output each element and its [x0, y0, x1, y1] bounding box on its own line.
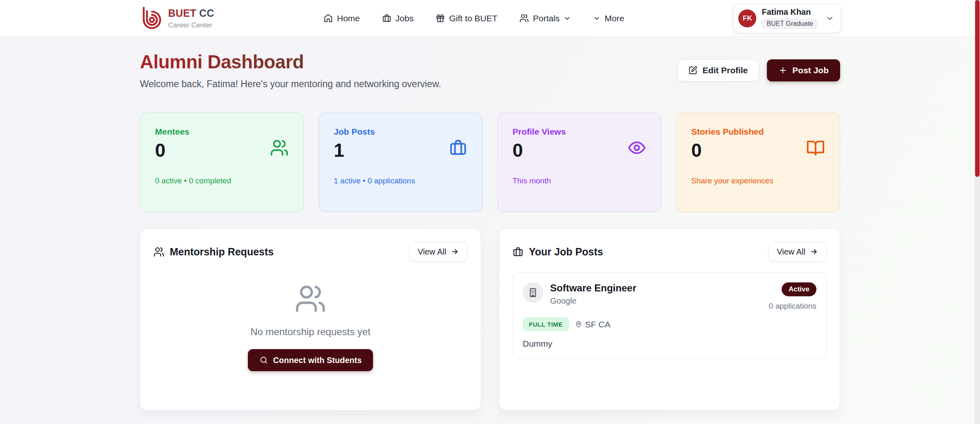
- briefcase-icon: [382, 14, 391, 23]
- main-nav: Home Jobs Gift to BUET Portals Mo: [324, 14, 624, 23]
- job-type-badge: FULL TIME: [523, 317, 569, 332]
- page-header: Alumni Dashboard Welcome back, Fatima! H…: [140, 51, 840, 90]
- mentorship-view-all-button[interactable]: View All: [409, 242, 468, 262]
- avatar: FK: [738, 9, 756, 27]
- post-job-label: Post Job: [792, 65, 829, 75]
- edit-profile-label: Edit Profile: [702, 65, 748, 75]
- stat-card-job-posts: Job Posts 1 1 active • 0 applications: [319, 113, 483, 212]
- job-location: SF CA: [575, 320, 611, 329]
- users-icon: [153, 246, 164, 257]
- job-title: Software Engineer: [550, 282, 769, 294]
- page-scrollbar-track[interactable]: [975, 0, 980, 424]
- search-icon: [259, 356, 268, 365]
- mentorship-panel-title: Mentorship Requests: [153, 246, 274, 258]
- page-actions: Edit Profile Post Job: [677, 59, 840, 81]
- users-icon: [270, 138, 289, 157]
- job-status-badge: Active: [782, 282, 816, 296]
- stat-cards-row: Mentees 0 0 active • 0 completed Job Pos…: [140, 113, 840, 212]
- stat-subtext: Share your experiences: [691, 176, 825, 185]
- job-post-card[interactable]: Software Engineer Google Active 0 applic…: [512, 272, 827, 359]
- buet-logo-icon: [139, 5, 162, 32]
- map-pin-icon: [575, 320, 582, 328]
- gift-icon: [436, 14, 445, 23]
- arrow-right-icon: [451, 248, 459, 256]
- profile-role-badge: BUET Graduate: [762, 18, 818, 29]
- stat-card-mentees: Mentees 0 0 active • 0 completed: [140, 113, 304, 212]
- brand-logo[interactable]: BUET CC Career Center: [139, 5, 214, 32]
- empty-state-text: No mentorship requests yet: [250, 326, 370, 338]
- page-subtitle: Welcome back, Fatima! Here's your mentor…: [140, 79, 441, 90]
- stat-label: Stories Published: [691, 127, 825, 137]
- nav-label: Portals: [533, 14, 560, 23]
- view-all-label: View All: [777, 247, 805, 257]
- nav-label: Jobs: [396, 14, 414, 23]
- nav-item-portals[interactable]: Portals: [519, 14, 571, 23]
- connect-with-students-button[interactable]: Connect with Students: [248, 349, 373, 371]
- page-title: Alumni Dashboard: [140, 51, 304, 73]
- alumni-dashboard-page: BUET CC Career Center Home Jobs Gif: [0, 0, 980, 424]
- stat-card-stories-published: Stories Published 0 Share your experienc…: [676, 113, 840, 212]
- top-navigation-bar: BUET CC Career Center Home Jobs Gif: [0, 0, 980, 37]
- job-company: Google: [550, 296, 769, 306]
- panel-title-label: Your Job Posts: [529, 246, 603, 258]
- mentorship-requests-panel: Mentorship Requests View All No mentorsh…: [140, 228, 481, 410]
- eye-icon: [627, 138, 646, 157]
- job-applications-count: 0 applications: [769, 302, 816, 311]
- mentorship-empty-state: No mentorship requests yet Connect with …: [153, 283, 468, 371]
- stat-subtext: 0 active • 0 completed: [155, 176, 289, 185]
- briefcase-icon: [512, 246, 524, 257]
- profile-menu[interactable]: FK Fatima Khan BUET Graduate: [733, 4, 841, 33]
- connect-label: Connect with Students: [273, 356, 362, 365]
- nav-item-gift-to-buet[interactable]: Gift to BUET: [436, 14, 497, 23]
- brand-title: BUET CC: [168, 7, 214, 19]
- nav-label: Home: [337, 14, 360, 23]
- panel-title-label: Mentorship Requests: [170, 246, 274, 258]
- chevron-down-icon: [593, 15, 600, 22]
- home-icon: [324, 14, 333, 23]
- job-description: Dummy: [523, 339, 816, 349]
- main-content: Alumni Dashboard Welcome back, Fatima! H…: [0, 37, 980, 410]
- view-all-label: View All: [418, 247, 446, 257]
- jobs-panel-title: Your Job Posts: [512, 246, 603, 258]
- book-open-icon: [806, 138, 825, 157]
- jobs-view-all-button[interactable]: View All: [768, 242, 827, 262]
- nav-label: Gift to BUET: [449, 14, 497, 23]
- nav-item-more[interactable]: More: [593, 14, 624, 23]
- page-scrollbar-thumb[interactable]: [975, 0, 980, 177]
- nav-item-jobs[interactable]: Jobs: [382, 14, 414, 23]
- arrow-right-icon: [810, 248, 818, 256]
- stat-label: Job Posts: [334, 127, 468, 137]
- edit-icon: [688, 66, 697, 75]
- stat-subtext: This month: [512, 176, 646, 185]
- stat-subtext: 1 active • 0 applications: [334, 176, 468, 185]
- profile-name: Fatima Khan: [762, 8, 818, 16]
- nav-item-home[interactable]: Home: [324, 14, 360, 23]
- stat-value: 0: [691, 140, 825, 161]
- post-job-button[interactable]: Post Job: [767, 59, 840, 81]
- stat-value: 0: [155, 140, 289, 161]
- plus-icon: [778, 66, 787, 75]
- building-icon: [528, 287, 538, 298]
- company-avatar: [523, 282, 543, 303]
- stat-value: 0: [512, 140, 646, 161]
- users-icon: [519, 14, 529, 23]
- panels-row: Mentorship Requests View All No mentorsh…: [140, 228, 840, 410]
- stat-card-profile-views: Profile Views 0 This month: [497, 113, 661, 212]
- chevron-down-icon: [826, 14, 834, 23]
- your-job-posts-panel: Your Job Posts View All Software Enginee…: [499, 228, 840, 410]
- job-location-label: SF CA: [585, 320, 611, 329]
- nav-label: More: [605, 14, 624, 23]
- edit-profile-button[interactable]: Edit Profile: [677, 59, 759, 81]
- chevron-down-icon: [564, 15, 571, 22]
- stat-label: Profile Views: [512, 127, 646, 137]
- stat-value: 1: [334, 140, 468, 161]
- brand-subtitle: Career Center: [168, 21, 214, 29]
- users-icon: [294, 283, 326, 315]
- stat-label: Mentees: [155, 127, 289, 137]
- briefcase-icon: [449, 138, 468, 157]
